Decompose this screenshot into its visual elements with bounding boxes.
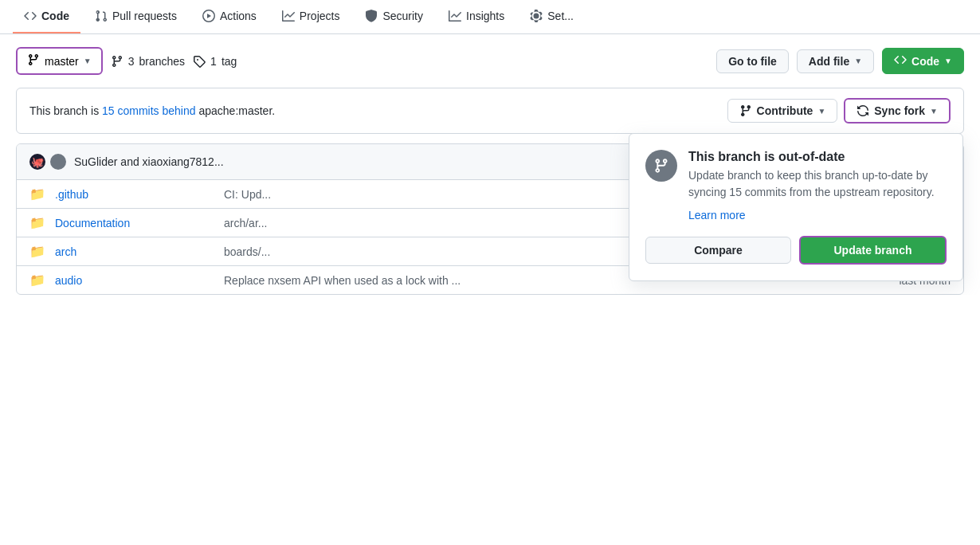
- nav-insights-label: Insights: [466, 10, 504, 22]
- add-file-button[interactable]: Add file ▼: [797, 49, 874, 73]
- chevron-down-icon-code: ▼: [944, 57, 952, 65]
- learn-more-link[interactable]: Learn more: [688, 209, 947, 222]
- nav-item-actions[interactable]: Actions: [191, 0, 268, 33]
- branch-icon: [27, 53, 40, 69]
- branches-label: branches: [139, 55, 186, 68]
- nav-projects-label: Projects: [300, 10, 340, 22]
- toolbar: master ▼ 3 branches 1 tag Go to file Add…: [0, 34, 980, 88]
- nav-bar: Code Pull requests Actions Projects: [0, 0, 980, 34]
- file-name[interactable]: audio: [55, 274, 214, 287]
- nav-item-projects[interactable]: Projects: [271, 0, 351, 33]
- avatar-suglider: 🐙: [29, 154, 45, 170]
- tag-info[interactable]: 1 tag: [193, 55, 237, 68]
- play-icon: [202, 10, 215, 22]
- tags-label: tag: [221, 55, 237, 68]
- folder-icon: 📁: [29, 215, 45, 230]
- go-to-file-button[interactable]: Go to file: [716, 49, 789, 73]
- popup-title: This branch is out-of-date: [688, 150, 947, 164]
- commits-behind-link[interactable]: 15 commits behind: [102, 104, 196, 117]
- nav-security-label: Security: [382, 10, 423, 22]
- status-text-before: This branch is: [29, 104, 99, 117]
- sync-fork-popup: This branch is out-of-date Update branch…: [629, 133, 963, 281]
- branch-status-text: This branch is 15 commits behind apache:…: [29, 104, 275, 117]
- popup-header: This branch is out-of-date Update branch…: [645, 150, 947, 222]
- nav-item-code-label: Code: [41, 10, 69, 22]
- popup-fork-icon-circle: [645, 150, 677, 182]
- branch-status-bar: This branch is 15 commits behind apache:…: [16, 88, 964, 134]
- popup-text-content: This branch is out-of-date Update branch…: [688, 150, 947, 222]
- branch-selector[interactable]: master ▼: [16, 47, 103, 75]
- nav-settings-label: Set...: [547, 10, 574, 22]
- file-table-authors: SuGlider and xiaoxiang7812...: [74, 155, 224, 168]
- status-actions: Contribute ▼ Sync fork ▼: [727, 98, 951, 124]
- nav-item-settings[interactable]: Set...: [519, 0, 585, 33]
- avatar-xiaoxiang: [50, 154, 66, 170]
- code-button[interactable]: Code ▼: [882, 48, 964, 74]
- chevron-down-contribute: ▼: [817, 107, 825, 116]
- sync-fork-button[interactable]: Sync fork ▼: [844, 98, 951, 124]
- branches-info[interactable]: 3 branches: [111, 55, 185, 68]
- folder-icon: 📁: [29, 272, 45, 288]
- pull-request-icon: [95, 10, 108, 22]
- chevron-down-icon: ▼: [84, 57, 92, 65]
- nav-pull-requests-label: Pull requests: [112, 10, 177, 22]
- nav-item-insights[interactable]: Insights: [437, 0, 515, 33]
- status-text-after: apache:master.: [198, 104, 275, 117]
- chevron-down-sync: ▼: [930, 107, 938, 116]
- compare-button[interactable]: Compare: [645, 237, 791, 264]
- code-icon: [24, 10, 37, 22]
- file-name[interactable]: arch: [55, 245, 214, 258]
- popup-description: Update branch to keep this branch up-to-…: [688, 167, 947, 201]
- avatar-group: 🐙: [29, 154, 66, 170]
- gear-icon: [530, 10, 543, 22]
- sync-fork-label: Sync fork: [874, 104, 925, 117]
- contribute-button[interactable]: Contribute ▼: [727, 99, 838, 123]
- go-to-file-label: Go to file: [728, 55, 777, 68]
- tags-count: 1: [210, 55, 217, 68]
- folder-icon: 📁: [29, 186, 45, 202]
- folder-icon: 📁: [29, 244, 45, 259]
- contribute-label: Contribute: [757, 104, 813, 117]
- branches-count: 3: [128, 55, 135, 68]
- projects-icon: [282, 10, 295, 22]
- code-icon-btn: [894, 53, 907, 69]
- file-name[interactable]: Documentation: [55, 217, 214, 229]
- nav-actions-label: Actions: [220, 10, 257, 22]
- popup-actions: Compare Update branch: [645, 236, 947, 265]
- file-name[interactable]: .github: [55, 188, 214, 201]
- add-file-label: Add file: [809, 55, 849, 68]
- update-branch-button[interactable]: Update branch: [799, 236, 947, 265]
- graph-icon: [449, 10, 461, 22]
- branch-name: master: [45, 55, 79, 68]
- code-label: Code: [911, 55, 939, 68]
- shield-icon: [365, 10, 378, 22]
- chevron-down-icon-add: ▼: [854, 57, 862, 65]
- nav-item-pull-requests[interactable]: Pull requests: [84, 0, 188, 33]
- nav-item-code[interactable]: Code: [13, 0, 80, 33]
- nav-item-security[interactable]: Security: [354, 0, 434, 33]
